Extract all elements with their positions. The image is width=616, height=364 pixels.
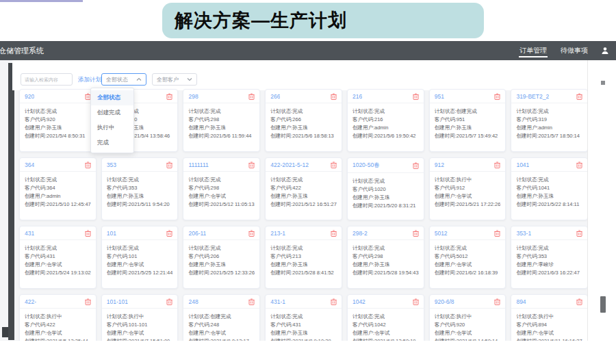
delete-icon[interactable] [248, 161, 255, 168]
plan-id-link[interactable]: 5012 [435, 230, 448, 237]
plan-id-link[interactable]: 920-6/8 [435, 298, 454, 305]
customer-code: 客户代码:422 [25, 321, 91, 329]
plan-id-link[interactable]: 422- [25, 298, 36, 305]
delete-icon[interactable] [576, 298, 582, 305]
delete-icon[interactable] [248, 298, 255, 305]
add-plan-button[interactable]: 添加计划 [78, 76, 101, 84]
delete-icon[interactable] [576, 161, 582, 168]
plan-id-link[interactable]: 319-BET2_2 [516, 93, 549, 100]
plan-id-link[interactable]: 1020-50春 [352, 161, 380, 170]
create-time: 创建时间:2021/5/12 11:05:13 [188, 200, 255, 209]
plan-card-header: 1020-50春 [348, 158, 424, 173]
plan-id-link[interactable]: 266 [270, 93, 280, 100]
plan-card-body: 计划状态:完成 客户代码:213 创建用户:孙玉珠 创建时间:2021/5/28… [266, 240, 342, 277]
delete-icon[interactable] [331, 161, 337, 168]
create-time: 创建时间:2021/6/8 13:50:19 [352, 337, 419, 341]
plan-card-header: 1041 [511, 158, 587, 172]
status-dropdown-menu: 全部状态创建完成执行中完成 [90, 88, 134, 153]
scrollbar-thumb[interactable] [600, 296, 606, 313]
dropdown-option[interactable]: 完成 [91, 135, 133, 151]
delete-icon[interactable] [85, 230, 91, 237]
delete-icon[interactable] [166, 93, 172, 100]
customer-select-value: 全部客户 [157, 76, 179, 83]
plan-id-link[interactable]: 101-101 [107, 298, 128, 305]
plan-card: 353 计划状态:完成 客户代码:353 创建用户:孙玉珠 创建时间:2021/… [101, 157, 179, 220]
delete-icon[interactable] [576, 230, 582, 237]
plan-id-link[interactable]: 353 [107, 161, 116, 168]
plan-card-header: 353-1 [511, 226, 587, 240]
delete-icon[interactable] [166, 230, 172, 237]
plan-card-body: 计划状态:执行中 客户代码:101-101 创建用户:仓学试 创建时间:2021… [102, 309, 178, 341]
user-icon[interactable] [601, 47, 609, 55]
delete-icon[interactable] [494, 230, 500, 237]
plan-id-link[interactable]: 364 [25, 161, 34, 168]
create-time: 创建时间:2021/6/11 16:16:37 [516, 337, 582, 341]
plan-id-link[interactable]: 951 [435, 93, 444, 100]
create-user: 创建用户:仓学试 [352, 329, 419, 337]
dropdown-option[interactable]: 创建完成 [91, 105, 133, 120]
plan-id-link[interactable]: 298-2 [352, 230, 368, 237]
plan-card-header: 5012 [430, 226, 506, 240]
plan-id-link[interactable]: 353-1 [516, 230, 531, 237]
plan-card: 216 计划状态:完成 客户代码:216 创建用户:admin 创建时间:202… [347, 89, 424, 152]
plan-id-link[interactable]: 920 [25, 93, 34, 100]
plan-card: 213-1 计划状态:完成 客户代码:213 创建用户:孙玉珠 创建时间:202… [265, 226, 342, 289]
delete-icon[interactable] [331, 93, 337, 100]
plan-status: 计划状态:完成 [188, 176, 255, 184]
plan-card: 1041 计划状态:完成 客户代码:1041 创建用户:孙玉珠 创建时间:202… [511, 157, 587, 220]
plan-id-link[interactable]: 422-2021-5-12 [270, 161, 309, 168]
plan-id-link[interactable]: 894 [516, 298, 526, 305]
plan-id-link[interactable]: 248 [188, 298, 198, 305]
delete-icon[interactable] [331, 298, 337, 305]
delete-icon[interactable] [331, 230, 337, 237]
plan-card: 951 计划状态:创建完成 客户代码:951 创建用户:孙玉珠 创建时间:202… [429, 89, 506, 152]
delete-icon[interactable] [576, 93, 582, 100]
search-input[interactable] [21, 73, 73, 86]
delete-icon[interactable] [494, 93, 500, 100]
plan-card-header: 101-101 [102, 295, 178, 309]
plan-card-body: 计划状态:完成 客户代码:101 创建用户:仓学试 创建时间:2021/5/25… [102, 240, 178, 277]
dropdown-option[interactable]: 全部状态 [91, 90, 133, 105]
plan-id-link[interactable]: 431 [25, 230, 34, 237]
dropdown-option[interactable]: 执行中 [91, 120, 133, 135]
customer-select[interactable]: 全部客户 [152, 73, 197, 86]
delete-icon[interactable] [413, 162, 419, 169]
customer-code: 客户代码:951 [435, 116, 501, 124]
delete-icon[interactable] [166, 298, 172, 305]
nav-item-todos[interactable]: 待做事项 [560, 41, 589, 60]
plan-id-link[interactable]: 1111111 [188, 161, 208, 168]
plan-id-link[interactable]: 213-1 [270, 230, 285, 237]
plan-id-link[interactable]: 912 [435, 161, 444, 168]
delete-icon[interactable] [413, 93, 419, 100]
plan-card-header: 431-1 [266, 295, 342, 309]
delete-icon[interactable] [413, 298, 419, 305]
plan-id-link[interactable]: 216 [352, 93, 362, 100]
status-select[interactable]: 全部状态 [101, 73, 146, 86]
plan-id-link[interactable]: 206-11 [188, 230, 206, 237]
delete-icon[interactable] [85, 298, 91, 305]
delete-icon[interactable] [494, 161, 500, 168]
chevron-up-icon [136, 77, 142, 81]
plan-card: 248 计划状态:创建完成 客户代码:248 创建用户:仓学试 创建时间:202… [183, 294, 260, 341]
plan-status: 计划状态:创建完成 [435, 107, 501, 116]
plan-id-link[interactable]: 101 [107, 230, 116, 237]
create-user: 创建用户:孙玉珠 [188, 261, 255, 269]
plan-card: 431 计划状态:完成 客户代码:431 创建用户:仓学试 创建时间:2021/… [19, 226, 97, 289]
nav-item-orders[interactable]: 订单管理 [519, 41, 548, 60]
delete-icon[interactable] [248, 230, 255, 237]
plan-id-link[interactable]: 1041 [516, 161, 529, 168]
delete-icon[interactable] [248, 93, 255, 100]
delete-icon[interactable] [85, 161, 91, 168]
plan-card-header: 920-6/8 [430, 295, 506, 309]
customer-code: 客户代码:364 [25, 184, 91, 192]
delete-icon[interactable] [413, 230, 419, 237]
plan-id-link[interactable]: 1042 [352, 298, 365, 305]
create-user: 创建用户:孙玉珠 [270, 329, 337, 337]
plan-id-link[interactable]: 298 [188, 93, 198, 100]
delete-icon[interactable] [494, 298, 500, 305]
plan-id-link[interactable]: 431-1 [270, 298, 285, 305]
create-time: 创建时间:2021/6/5 13:35:44 [25, 337, 91, 341]
delete-icon[interactable] [166, 161, 172, 168]
plan-card-header: 216 [348, 90, 424, 103]
create-time: 创建时间:2021/5/6 18:58:13 [270, 132, 337, 140]
